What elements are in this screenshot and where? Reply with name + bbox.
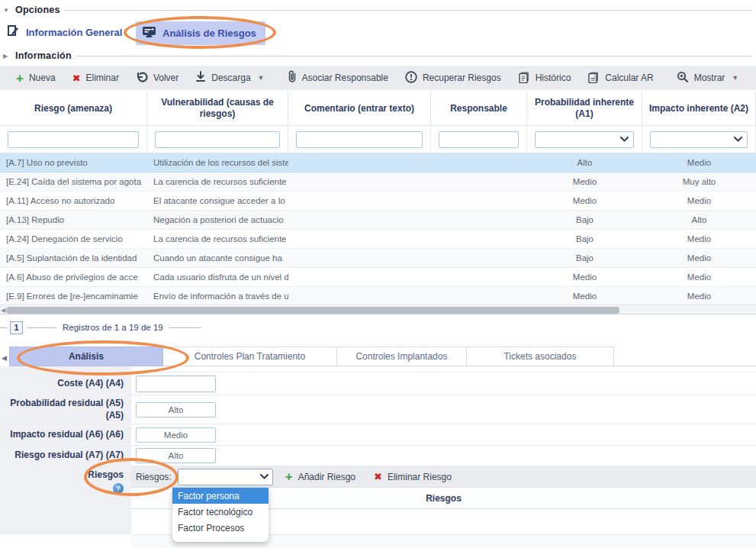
column-header[interactable]: Impacto inherente (A2) [642, 92, 756, 126]
pagination-bar: 1 Registros de 1 a 19 de 19 [0, 319, 756, 336]
eliminar-button[interactable]: ✖ Eliminar [64, 66, 127, 90]
tab-informacion-general[interactable]: Información General [6, 24, 122, 40]
cell-responsable [431, 211, 527, 230]
riesgos-content: Riesgos: + Añadir Riesgo ✖ Eliminar Ries… [131, 466, 756, 548]
filter-comentario-input[interactable] [296, 131, 423, 148]
cell-vulnerabilidad: Utilización de los recursos del siste [147, 153, 288, 172]
horizontal-scrollbar[interactable]: ◀ [0, 305, 756, 314]
table-row[interactable]: [E.9] Errores de [re-]encaminamie Envío … [0, 287, 756, 306]
plus-icon: + [285, 470, 293, 483]
divider [0, 327, 7, 328]
cell-responsable [431, 172, 527, 192]
tab-scroll-left-icon[interactable]: ◀ [2, 354, 7, 362]
historico-label: Histórico [536, 73, 571, 83]
sort-ascending-icon: ▲ [134, 491, 140, 498]
calcular-ar-button[interactable]: Calcular AR [579, 66, 661, 90]
table-row[interactable]: [A.5] Suplantación de la identidad Cuand… [0, 249, 756, 268]
download-icon [195, 71, 206, 85]
nueva-button[interactable]: + Nueva [8, 66, 64, 90]
table-row[interactable]: [A.11] Acceso no autorizado El atacante … [0, 192, 756, 211]
descarga-button[interactable]: Descarga ▼ [187, 66, 272, 90]
riesgo-residual-label: Riesgo residual (A7) (A7) [0, 446, 131, 466]
descarga-label: Descarga [211, 73, 250, 83]
collapse-down-icon[interactable]: ▼ [3, 7, 11, 14]
tab-tickets-asociados[interactable]: Tickets asociados [467, 347, 614, 366]
cell-impacto: Medio [642, 249, 756, 268]
table-row[interactable]: [A.6] Abuso de privilegios de acce Cada … [0, 268, 756, 287]
column-header[interactable]: Probabilidad inherente (A1) [527, 92, 642, 126]
divider [65, 10, 751, 11]
chevron-down-icon: ▼ [258, 74, 265, 82]
cell-impacto: Medio [642, 153, 756, 172]
help-icon[interactable]: ? [113, 483, 124, 494]
nueva-label: Nueva [29, 73, 56, 83]
filter-riesgo-input[interactable] [8, 131, 139, 148]
asociar-responsable-button[interactable]: Asociar Responsable [279, 66, 397, 90]
divider [76, 56, 751, 56]
chevron-down-icon [260, 474, 269, 479]
table-row[interactable]: [A.24] Denegación de servicio La carenci… [0, 230, 756, 249]
informacion-section-header: ▶ Información [3, 49, 751, 63]
column-header[interactable]: Vulnerabilidad (causas de riesgos) [147, 92, 288, 126]
eliminar-riesgo-button[interactable]: ✖ Eliminar Riesgo [368, 472, 458, 482]
cell-comentario [288, 211, 431, 230]
tab-controles-implantados[interactable]: Controles Implantados [337, 347, 467, 366]
scroll-left-icon[interactable]: ◀ [1, 307, 5, 314]
detail-tab-bar: ◀ Análisis Controles Plan Tratamiento Co… [0, 347, 756, 366]
dropdown-option-factor-procesos[interactable]: Factor Procesos [172, 520, 269, 536]
mostrar-label: Mostrar [694, 73, 725, 83]
cell-riesgo: [A.6] Abuso de privilegios de acce [0, 268, 147, 287]
probabilidad-residual-row: Probabilidad residual (A5) (A5) Alto [0, 395, 756, 424]
riesgos-label: Riesgos [88, 469, 124, 480]
cell-probabilidad: Alto [527, 153, 642, 172]
cell-vulnerabilidad: El atacante consigue acceder a lo [147, 192, 288, 211]
recuperar-riesgos-button[interactable]: Recuperar Riesgos [397, 66, 510, 90]
cell-responsable [431, 268, 527, 287]
divider [27, 327, 56, 328]
ver-button[interactable]: Ver ▼ [747, 66, 756, 90]
tab-analisis-de-riesgos-label: Análisis de Riesgos [162, 27, 256, 39]
cell-comentario [288, 192, 431, 211]
filter-probabilidad-select[interactable] [535, 131, 634, 148]
cell-probabilidad: Medio [527, 172, 642, 192]
table-row[interactable]: [A.7] Uso no previsto Utilización de los… [0, 153, 756, 172]
risk-analysis-page: ▼ Opciones Información General Análisis … [0, 0, 756, 548]
volver-button[interactable]: Volver [127, 66, 187, 90]
column-header[interactable]: Comentario (entrar texto) [288, 92, 431, 126]
dropdown-option-factor-tecnologico[interactable]: Factor tecnológico [172, 504, 269, 520]
cell-vulnerabilidad: Envío de información a través de u [147, 287, 288, 306]
coste-input[interactable] [136, 376, 216, 392]
column-header[interactable]: Responsable [431, 92, 527, 126]
collapse-right-icon[interactable]: ▶ [3, 53, 11, 60]
tab-analisis[interactable]: Análisis [9, 347, 163, 366]
cell-riesgo: [A.13] Repudio [0, 211, 147, 230]
document-lines-icon [518, 71, 530, 85]
magnifier-plus-icon [677, 71, 689, 85]
paperclip-icon [288, 70, 297, 85]
cell-riesgo: [E.9] Errores de [re-]encaminamie [0, 287, 147, 306]
scrollbar-thumb[interactable] [6, 307, 619, 314]
riesgos-select[interactable] [178, 469, 273, 485]
page-number-button[interactable]: 1 [10, 321, 23, 334]
tab-analisis-de-riesgos[interactable]: Análisis de Riesgos [136, 21, 265, 45]
exclamation-circle-icon [405, 71, 417, 85]
cell-probabilidad: Medio [527, 192, 642, 211]
anadir-riesgo-button[interactable]: + Añadir Riesgo [279, 470, 362, 483]
riesgos-row: Riesgos ? Riesgos: + Añadir Riesgo ✖ Eli… [0, 466, 756, 548]
cell-probabilidad: Medio [527, 268, 642, 287]
column-header[interactable]: Riesgo (amenaza) [0, 92, 147, 126]
historico-button[interactable]: Histórico [510, 66, 580, 90]
filter-impacto-select[interactable] [650, 131, 748, 148]
volver-label: Volver [153, 73, 179, 83]
table-row[interactable]: [A.13] Repudio Negación a posteriori de … [0, 211, 756, 230]
mostrar-button[interactable]: Mostrar ▼ [668, 66, 748, 90]
x-icon: ✖ [72, 73, 81, 83]
analisis-form: Coste (A4) (A4) Probabilidad residual (A… [0, 366, 756, 548]
table-row[interactable]: [E.24] Caída del sistema por agota La ca… [0, 172, 756, 192]
cell-riesgo: [A.11] Acceso no autorizado [0, 192, 147, 211]
risk-grid: Riesgo (amenaza) Vulnerabilidad (causas … [0, 92, 756, 306]
dropdown-option-factor-persona[interactable]: Factor persona [172, 488, 269, 504]
filter-vulnerabilidad-input[interactable] [155, 131, 280, 148]
filter-responsable-input[interactable] [439, 131, 519, 148]
tab-controles-plan-tratamiento[interactable]: Controles Plan Tratamiento [163, 347, 337, 366]
